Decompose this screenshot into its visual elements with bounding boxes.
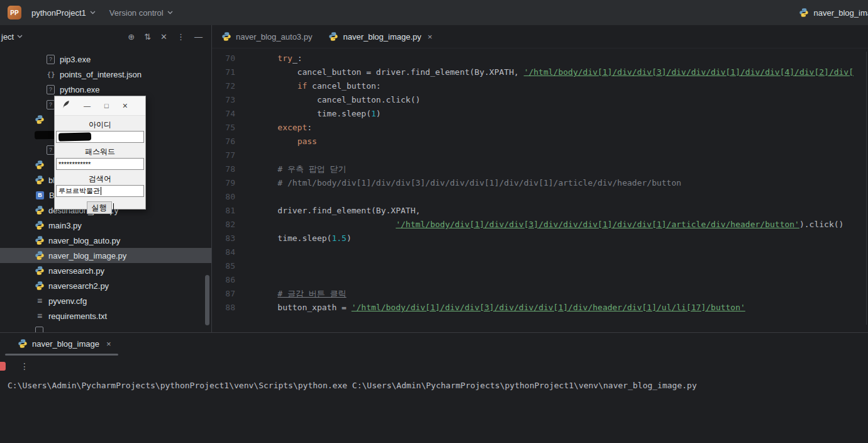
- run-tab[interactable]: naver_blog_image ×: [0, 333, 868, 354]
- code-text: cancel_button = driver.find_element(By.X…: [258, 65, 854, 79]
- code-token: cancel_button.click(): [258, 95, 420, 104]
- tree-item[interactable]: ?pip3.exe: [0, 52, 211, 67]
- close-icon[interactable]: ×: [123, 101, 128, 111]
- tree-item[interactable]: main3.py: [0, 218, 211, 233]
- code-line[interactable]: 85: [212, 259, 868, 273]
- code-token: try: [277, 53, 292, 63]
- collapse-all-icon[interactable]: ✕: [160, 33, 167, 41]
- maximize-icon[interactable]: □: [104, 102, 109, 109]
- code-line[interactable]: 70 try :: [212, 52, 868, 65]
- code-token: [258, 164, 277, 174]
- locate-file-icon[interactable]: ⊕: [128, 33, 135, 41]
- code-line[interactable]: 82 '/html/body/div[1]/div/div[3]/div/div…: [212, 218, 868, 232]
- tree-item-label: naversearch2.py: [48, 281, 109, 291]
- active-tab-indicator: [5, 354, 118, 356]
- code-line[interactable]: 84: [212, 245, 868, 259]
- expand-all-icon[interactable]: ⇅: [144, 33, 151, 41]
- python-icon: [35, 115, 45, 125]
- code-text: try :: [258, 52, 302, 65]
- file-icon: [35, 327, 43, 333]
- code-line[interactable]: 87 # 글감 버튼 클릭: [212, 287, 868, 301]
- line-number: 79: [212, 176, 235, 190]
- tree-item[interactable]: naver_blog_auto.py: [0, 233, 211, 248]
- line-number: 78: [212, 162, 235, 176]
- more-icon[interactable]: ⋮: [20, 361, 29, 371]
- hide-panel-icon[interactable]: —: [194, 33, 203, 41]
- tree-item[interactable]: ≡requirements.txt: [0, 308, 211, 323]
- project-selector[interactable]: pythonProject1: [28, 6, 99, 20]
- code-line[interactable]: 78 # 우측 팝업 닫기: [212, 162, 868, 176]
- tree-item[interactable]: naversearch2.py: [0, 278, 211, 293]
- code-text: # 우측 팝업 닫기: [258, 162, 347, 176]
- line-number: 80: [212, 190, 235, 204]
- code-line[interactable]: 81 driver.find_element(By.XPATH,: [212, 204, 868, 218]
- run-config-selector[interactable]: naver_blog_ima: [799, 0, 868, 25]
- editor-tabs: naver_blog_auto3.pynaver_blog_image.py×: [212, 25, 868, 48]
- python-icon: [35, 250, 45, 261]
- tree-item[interactable]: ?python.exe: [0, 82, 211, 97]
- line-number: 84: [212, 245, 235, 259]
- config-file-icon: ≡: [35, 296, 45, 306]
- tree-scrollbar[interactable]: [205, 275, 209, 325]
- code-area[interactable]: 70 try :71 cancel_button = driver.find_e…: [212, 48, 868, 332]
- dialog-text-input[interactable]: [56, 131, 144, 143]
- close-icon[interactable]: ×: [106, 339, 111, 349]
- code-token: time.sleep(: [258, 233, 331, 243]
- tree-item[interactable]: ≡pyvenv.cfg: [0, 293, 211, 308]
- code-text: # 글감 버튼 클릭: [258, 287, 347, 301]
- code-line[interactable]: 86: [212, 273, 868, 287]
- code-token: time.sleep(: [258, 109, 371, 118]
- app-logo[interactable]: PP: [8, 6, 21, 20]
- code-line[interactable]: 74 time.sleep(1): [212, 107, 868, 121]
- editor-scrollbar-track[interactable]: [866, 52, 867, 325]
- close-icon[interactable]: ×: [428, 32, 433, 42]
- dialog-text-input[interactable]: 루브르박물관: [56, 185, 144, 197]
- code-line[interactable]: 83 time.sleep(1.5): [212, 232, 868, 245]
- run-config-label: naver_blog_ima: [813, 8, 868, 18]
- python-icon: [18, 339, 28, 349]
- dialog-field-label: 패스워드: [55, 147, 145, 156]
- code-line[interactable]: 88 button_xpath = '/html/body/div[1]/div…: [212, 301, 868, 315]
- dialog-text-input[interactable]: ************: [56, 158, 144, 170]
- editor-tab[interactable]: naver_blog_auto3.py: [213, 25, 320, 48]
- python-icon: [35, 235, 45, 245]
- code-line[interactable]: 77: [212, 149, 868, 162]
- b-file-icon: B: [36, 191, 44, 199]
- project-panel-title[interactable]: ject: [1, 32, 14, 42]
- python-icon: [35, 160, 45, 170]
- tree-item[interactable]: [0, 323, 211, 332]
- dialog-titlebar[interactable]: — □ ×: [55, 96, 145, 116]
- code-text: time.sleep(1): [258, 107, 381, 121]
- tree-item-label: main3.py: [48, 221, 82, 230]
- code-token: ): [376, 109, 381, 118]
- tree-item-label: points_of_interest.json: [60, 70, 142, 79]
- run-button[interactable]: 실행: [87, 201, 112, 214]
- tree-item[interactable]: {}points_of_interest.json: [0, 67, 211, 82]
- line-number: 81: [212, 204, 235, 218]
- dialog-window-controls: — □ ×: [84, 101, 128, 111]
- tree-item[interactable]: naversearch.py: [0, 263, 211, 278]
- code-line[interactable]: 80: [212, 190, 868, 204]
- code-token: '/html/body/div[1]/div/div[3]/div/div/di…: [352, 303, 745, 312]
- editor-tab[interactable]: naver_blog_image.py×: [320, 25, 440, 48]
- dialog-field-label: 검색어: [55, 174, 145, 183]
- stop-button[interactable]: [0, 362, 6, 371]
- python-icon: [35, 220, 45, 230]
- code-line[interactable]: 79 # /html/body/div[1]/div/div[3]/div/di…: [212, 176, 868, 190]
- chevron-down-icon: [17, 35, 23, 38]
- tree-item[interactable]: naver_blog_image.py: [0, 248, 211, 263]
- login-dialog: — □ × 아이디패스워드************검색어루브르박물관 실행: [54, 96, 146, 210]
- code-text: '/html/body/div[1]/div/div[3]/div/div/di…: [258, 218, 843, 232]
- code-line[interactable]: 75 except:: [212, 121, 868, 135]
- more-icon[interactable]: ⋮: [177, 33, 185, 41]
- chevron-down-icon: [167, 11, 173, 14]
- code-line[interactable]: 76 pass: [212, 135, 868, 149]
- code-line[interactable]: 73 cancel_button.click(): [212, 93, 868, 107]
- python-icon: [35, 266, 45, 276]
- code-text: except:: [258, 121, 312, 135]
- code-line[interactable]: 71 cancel_button = driver.find_element(B…: [212, 65, 868, 79]
- vcs-selector[interactable]: Version control: [106, 6, 177, 20]
- code-line[interactable]: 72 if cancel_button:: [212, 79, 868, 93]
- console-output[interactable]: C:\Users\Admin\PycharmProjects\pythonPro…: [0, 376, 868, 390]
- minimize-icon[interactable]: —: [84, 102, 91, 109]
